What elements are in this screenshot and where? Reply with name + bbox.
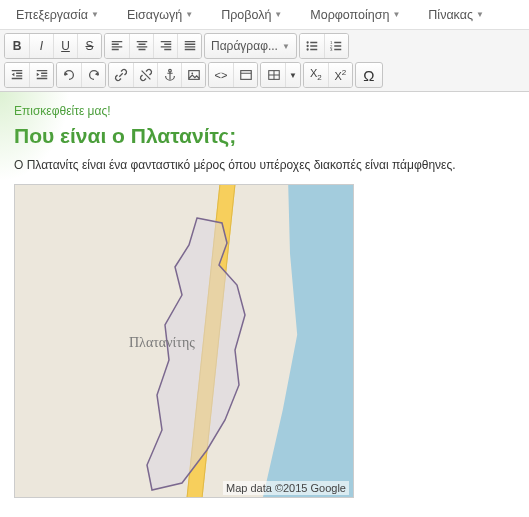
special-char-button[interactable]: Ω — [355, 62, 383, 88]
image-icon — [187, 68, 201, 82]
bold-button[interactable]: B — [5, 34, 29, 58]
caret-icon: ▼ — [274, 10, 282, 19]
align-center-button[interactable] — [129, 34, 153, 58]
source-button[interactable]: <> — [209, 63, 233, 87]
strikethrough-button[interactable]: S — [77, 34, 101, 58]
menu-format[interactable]: Μορφοποίηση ▼ — [310, 8, 400, 22]
unlink-button[interactable] — [133, 63, 157, 87]
link-button[interactable] — [109, 63, 133, 87]
align-left-icon — [110, 39, 124, 53]
table-icon — [267, 68, 281, 82]
number-list-icon: 123 — [329, 39, 343, 53]
toolbar: B I U S Παράγραφ... ▼ — [0, 30, 529, 92]
svg-point-17 — [306, 45, 308, 47]
svg-point-41 — [168, 69, 171, 72]
outdent-icon — [10, 68, 24, 82]
superscript-button[interactable]: X2 — [328, 63, 352, 87]
svg-rect-44 — [188, 71, 199, 80]
table-dropdown[interactable]: ▼ — [285, 63, 300, 87]
outdent-button[interactable] — [5, 63, 29, 87]
svg-text:3: 3 — [330, 47, 333, 52]
image-button[interactable] — [181, 63, 205, 87]
indent-icon — [35, 68, 49, 82]
anchor-button[interactable] — [157, 63, 181, 87]
menu-format-label: Μορφοποίηση — [310, 8, 389, 22]
toolbar-row-2: <> ▼ X2 X2 Ω — [4, 62, 525, 88]
caret-icon: ▼ — [392, 10, 400, 19]
align-right-button[interactable] — [153, 34, 177, 58]
map-place-label: Πλατανίτης — [129, 335, 195, 351]
preview-button[interactable] — [233, 63, 257, 87]
link-group — [108, 62, 206, 88]
undo-button[interactable] — [57, 63, 81, 87]
number-list-button[interactable]: 123 — [324, 34, 348, 58]
svg-point-16 — [306, 41, 308, 43]
subscript-icon: X2 — [310, 67, 322, 82]
align-right-icon — [159, 39, 173, 53]
undo-icon — [62, 68, 76, 82]
anchor-icon — [163, 68, 177, 82]
indent-group — [4, 62, 54, 88]
table-group: ▼ — [260, 62, 301, 88]
caret-icon: ▼ — [185, 10, 193, 19]
menu-edit[interactable]: Επεξεργασία ▼ — [16, 8, 99, 22]
align-group — [104, 33, 202, 59]
italic-button[interactable]: I — [29, 34, 53, 58]
format-select[interactable]: Παράγραφ... ▼ — [204, 33, 297, 59]
underline-button[interactable]: U — [53, 34, 77, 58]
svg-marker-39 — [94, 72, 98, 76]
list-group: 123 — [299, 33, 349, 59]
toolbar-row-1: B I U S Παράγραφ... ▼ — [4, 33, 525, 59]
caret-icon: ▼ — [289, 71, 297, 80]
superscript-icon: X2 — [335, 68, 347, 82]
svg-rect-46 — [240, 71, 251, 80]
align-justify-icon — [183, 39, 197, 53]
editor-content-area[interactable]: Επισκεφθείτε μας! Που είναι ο Πλατανίτς;… — [0, 92, 529, 510]
svg-point-18 — [306, 48, 308, 50]
menu-view[interactable]: Προβολή ▼ — [221, 8, 282, 22]
omega-icon: Ω — [363, 67, 374, 84]
bullet-list-icon — [305, 39, 319, 53]
menu-view-label: Προβολή — [221, 8, 271, 22]
align-center-icon — [135, 39, 149, 53]
menu-table-label: Πίνακας — [428, 8, 473, 22]
redo-button[interactable] — [81, 63, 105, 87]
svg-marker-37 — [36, 73, 39, 77]
align-left-button[interactable] — [105, 34, 129, 58]
menu-table[interactable]: Πίνακας ▼ — [428, 8, 484, 22]
svg-marker-38 — [65, 72, 69, 76]
format-select-label: Παράγραφ... — [211, 39, 278, 53]
menu-insert-label: Εισαγωγή — [127, 8, 182, 22]
text-style-group: B I U S — [4, 33, 102, 59]
caret-icon: ▼ — [91, 10, 99, 19]
map-region-outline — [127, 215, 272, 495]
map-attribution: Map data ©2015 Google — [223, 481, 349, 495]
menubar: Επεξεργασία ▼ Εισαγωγή ▼ Προβολή ▼ Μορφο… — [0, 0, 529, 30]
subsup-group: X2 X2 — [303, 62, 353, 88]
subscript-button[interactable]: X2 — [304, 63, 328, 87]
align-justify-button[interactable] — [177, 34, 201, 58]
undo-redo-group — [56, 62, 106, 88]
code-group: <> — [208, 62, 258, 88]
indent-button[interactable] — [29, 63, 53, 87]
code-icon: <> — [215, 69, 228, 81]
content-subtitle: Επισκεφθείτε μας! — [14, 104, 515, 118]
svg-line-40 — [141, 71, 150, 80]
redo-icon — [87, 68, 101, 82]
unlink-icon — [139, 68, 153, 82]
caret-icon: ▼ — [476, 10, 484, 19]
link-icon — [114, 68, 128, 82]
menu-edit-label: Επεξεργασία — [16, 8, 88, 22]
embedded-map[interactable]: Πλατανίτης Map data ©2015 Google — [14, 184, 354, 498]
svg-marker-32 — [12, 73, 15, 77]
content-heading: Που είναι ο Πλατανίτς; — [14, 124, 515, 148]
preview-icon — [239, 68, 253, 82]
svg-point-45 — [191, 72, 193, 74]
table-button[interactable] — [261, 63, 285, 87]
caret-icon: ▼ — [282, 42, 290, 51]
bullet-list-button[interactable] — [300, 34, 324, 58]
content-paragraph: Ο Πλατανίτς είναι ένα φανταστικό μέρος ό… — [14, 158, 515, 172]
menu-insert[interactable]: Εισαγωγή ▼ — [127, 8, 193, 22]
